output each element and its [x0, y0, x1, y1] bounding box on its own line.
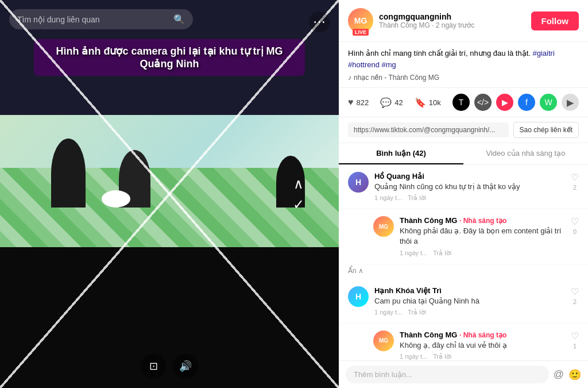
person-silhouette-1	[51, 139, 86, 208]
comment-like: ♡ 2	[571, 172, 579, 191]
whatsapp-share-icon[interactable]: W	[540, 94, 557, 111]
reply-button[interactable]: Trả lời	[433, 353, 451, 360]
avatar: MG	[373, 331, 394, 351]
copy-link-button[interactable]: Sao chép liên kết	[513, 122, 579, 138]
follow-button[interactable]: Follow	[531, 11, 579, 30]
comment-item: MG Thành Công MG · Nhà sáng tạo Không ạ,…	[339, 324, 588, 360]
creator-label: · Nhà sáng tạo	[459, 331, 506, 339]
comment-item: MG Thành Công MG · Nhà sáng tạo Không ph…	[339, 209, 588, 264]
avatar: H	[348, 172, 369, 193]
video-area: Hình ảnh được camera ghi lại tại khu tự …	[0, 0, 339, 388]
tab-comments[interactable]: Bình luận (42)	[339, 143, 463, 164]
hide-button[interactable]: Ẩn ∧	[339, 264, 588, 279]
music-text: nhạc nền - Thành Công MG	[354, 74, 439, 82]
bottom-controls: ⊡ 🔊	[141, 354, 198, 379]
commenter-name: Hạnh Khóa Việt Trì	[374, 286, 565, 295]
comment-content: Thành Công MG · Nhà sáng tạo Không ạ, đâ…	[400, 331, 565, 360]
heart-icon: ♥	[348, 97, 354, 107]
stats-bar: ♥ 822 💬 42 🔖 10k T </> ▶ f W ▶	[339, 88, 588, 117]
caption-text: Hình ảnh chỉ mang tính chất giải trí, nh…	[348, 48, 579, 70]
comment-stat: 💬 42	[380, 97, 403, 108]
emoji-button[interactable]: 🙂	[568, 368, 581, 381]
chevron-up-icon[interactable]: ∧	[293, 176, 304, 192]
comment-like: ♡ 1	[571, 331, 579, 349]
comment-content: Hồ Quang Hải Quảng Ninh cũng có khu tự t…	[374, 172, 565, 202]
more-options-button[interactable]: ⋯	[309, 11, 330, 32]
chevron-down-icon[interactable]: ✓	[293, 197, 304, 213]
music-icon: ♪	[348, 74, 351, 82]
like-heart-icon[interactable]: ♡	[571, 216, 579, 227]
comment-content: Hạnh Khóa Việt Trì Cam pu chia tại Quảng…	[374, 286, 565, 316]
comment-text: Không ạ, đây chỉ là vui vẻ thôi ạ	[400, 340, 565, 351]
comment-like: ♡ 0	[571, 216, 579, 235]
caption-body: Hình ảnh chỉ mang tính chất giải trí, nh…	[348, 49, 531, 57]
comment-time: 1 ngày t...	[400, 249, 427, 257]
youtube-share-icon[interactable]: ▶	[496, 94, 513, 111]
video-footage	[0, 115, 339, 247]
comment-like: ♡ 2	[571, 286, 579, 305]
video-title-overlay: Hình ảnh được camera ghi lại tại khu tự …	[34, 39, 305, 76]
comment-time: 1 ngày t...	[374, 309, 402, 316]
comment-meta: 1 ngày t... Trả lời	[374, 194, 565, 202]
comment-count: 42	[394, 98, 403, 107]
like-count: 2	[573, 298, 577, 305]
comment-item: H Hạnh Khóa Việt Trì Cam pu chia tại Quả…	[339, 279, 588, 324]
user-info: congmgquangninh Thành Công MG · 2 ngày t…	[379, 12, 525, 29]
like-count: 822	[357, 98, 369, 107]
user-meta: Thành Công MG · 2 ngày trước	[379, 21, 525, 29]
baby-figure	[102, 190, 130, 208]
commenter-name: Thành Công MG · Nhà sáng tạo	[400, 331, 565, 339]
reply-button[interactable]: Trả lời	[408, 194, 426, 202]
like-count: 1	[573, 343, 577, 349]
bookmark-stat: 🔖 10k	[415, 97, 441, 108]
comment-text: Cam pu chia tại Quảng Ninh hà	[374, 296, 565, 306]
reply-button[interactable]: Trả lời	[433, 249, 451, 257]
like-heart-icon[interactable]: ♡	[571, 172, 579, 183]
bookmark-count: 10k	[429, 98, 441, 107]
commenter-name: Thành Công MG · Nhà sáng tạo	[400, 216, 565, 225]
link-section: https://www.tiktok.com/@congmgquangninh/…	[339, 117, 588, 143]
username: congmgquangninh	[379, 12, 525, 21]
comment-text: Quảng Ninh cũng có khu tự trị à thật ko …	[374, 182, 565, 192]
tab-bar: Bình luận (42) Video của nhà sáng tạo	[339, 143, 588, 165]
creator-label: · Nhà sáng tạo	[459, 217, 506, 225]
at-mention-button[interactable]: @	[554, 368, 564, 381]
reply-button[interactable]: Trả lời	[408, 309, 426, 316]
like-heart-icon[interactable]: ♡	[571, 331, 579, 341]
comment-text: Không phải đâu ạ. Đây là bọn em content …	[400, 226, 565, 247]
screen-button[interactable]: ⊡	[141, 354, 166, 379]
music-info: ♪ nhạc nền - Thành Công MG	[348, 74, 579, 82]
video-header: MG LIVE congmgquangninh Thành Công MG · …	[339, 0, 588, 42]
like-count: 2	[573, 184, 577, 191]
tab-creator-videos[interactable]: Video của nhà sáng tạo	[463, 143, 588, 164]
sound-button[interactable]: 🔊	[173, 354, 198, 379]
embed-icon[interactable]: </>	[474, 94, 492, 111]
like-heart-icon[interactable]: ♡	[571, 286, 579, 297]
search-icon-button[interactable]: 🔍	[173, 14, 185, 25]
avatar: H	[348, 286, 369, 307]
avatar: MG	[373, 216, 394, 237]
facebook-share-icon[interactable]: f	[518, 94, 535, 111]
video-middle-segment	[0, 115, 339, 247]
comment-time: 1 ngày t...	[374, 194, 402, 202]
share-icons: T </> ▶ f W ▶	[452, 94, 579, 111]
live-badge: LIVE	[353, 29, 369, 36]
comment-meta: 1 ngày t... Trả lời	[374, 309, 565, 316]
video-panel: Hình ảnh được camera ghi lại tại khu tự …	[0, 0, 339, 388]
search-bar[interactable]: 🔍	[9, 9, 193, 29]
like-count: 0	[573, 228, 577, 235]
commenter-name: Hồ Quang Hải	[374, 172, 565, 180]
comment-time: 1 ngày t...	[400, 353, 427, 360]
comment-item: H Hồ Quang Hải Quảng Ninh cũng có khu tự…	[339, 165, 588, 209]
comment-meta: 1 ngày t... Trả lời	[400, 249, 565, 257]
comments-section: H Hồ Quang Hải Quảng Ninh cũng có khu tự…	[339, 165, 588, 360]
comment-input[interactable]	[346, 366, 549, 383]
comment-content: Thành Công MG · Nhà sáng tạo Không phải …	[400, 216, 565, 256]
more-share-icon[interactable]: ▶	[562, 94, 579, 111]
search-input[interactable]	[17, 15, 173, 24]
comment-icon: 💬	[380, 97, 392, 108]
caption-section: Hình ảnh chỉ mang tính chất giải trí, nh…	[339, 42, 588, 88]
avatar: MG LIVE	[348, 8, 373, 33]
tiktok-share-icon[interactable]: T	[452, 94, 470, 111]
video-link: https://www.tiktok.com/@congmgquangninh/…	[348, 122, 509, 137]
